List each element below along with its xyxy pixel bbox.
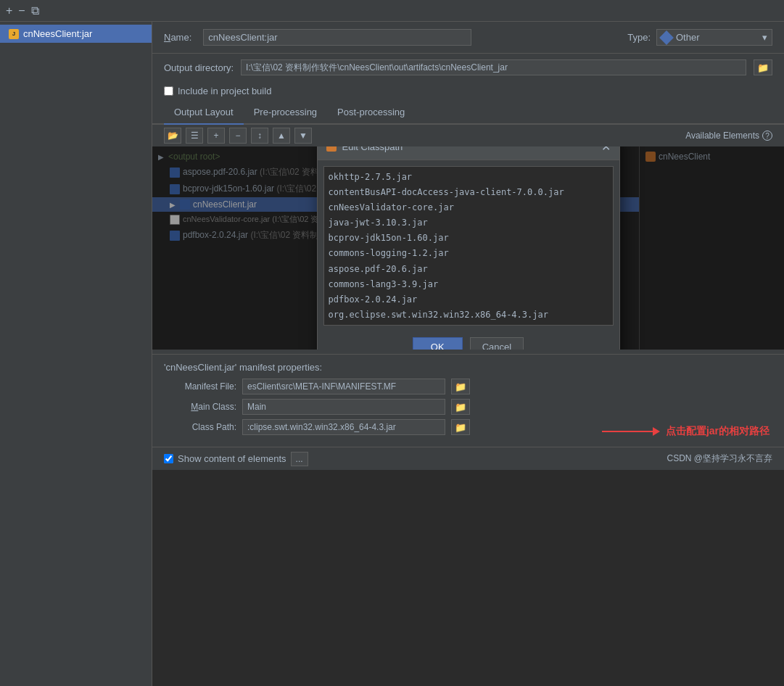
modal-footer: OK Cancel xyxy=(318,331,619,350)
classpath-item: okhttp-2.7.5.jar xyxy=(327,170,610,185)
modal-close-button[interactable]: ✕ xyxy=(601,146,611,154)
manifest-file-input[interactable] xyxy=(242,379,445,394)
annotation-text: 点击配置jar的相对路径 xyxy=(666,425,769,438)
remove-button[interactable]: − xyxy=(229,128,247,144)
classpath-item: java-jwt-3.10.3.jar xyxy=(327,215,610,231)
name-label: Name: xyxy=(164,32,191,43)
add-icon[interactable]: + xyxy=(6,4,12,17)
modal-overlay: Edit Classpath ✕ okhttp-2.7.5.jar conten… xyxy=(152,146,784,350)
class-path-label: Class Path: xyxy=(164,422,236,432)
classpath-list[interactable]: okhttp-2.7.5.jar contentBusAPI-docAccess… xyxy=(323,166,614,326)
show-content-button[interactable]: ... xyxy=(291,452,308,466)
manifest-section: 'cnNeesClient.jar' manifest properties: … xyxy=(152,354,784,447)
classpath-item: pdfbox-2.0.24.jar xyxy=(327,292,610,307)
manifest-file-row: Manifest File: 📁 xyxy=(164,379,772,394)
annotation-arrow: 点击配置jar的相对路径 xyxy=(602,425,769,438)
manifest-main-class-row: Main Class: 📁 xyxy=(164,399,772,415)
move-down-button[interactable]: ▼ xyxy=(294,128,312,144)
view-toggle-button[interactable]: ☰ xyxy=(186,128,203,144)
add-button[interactable]: + xyxy=(207,128,225,144)
arrow-container xyxy=(602,427,660,436)
arrow-line xyxy=(602,431,653,432)
classpath-item: org.eclipse.swt.win32.win32.x86_64-4.3.j… xyxy=(327,307,610,323)
split-pane: ▶ <output root> aspose.pdf-20.6.jar (I:\… xyxy=(152,146,784,350)
classpath-item: commons-logging-1.2.jar xyxy=(327,246,610,261)
minus-icon[interactable]: − xyxy=(18,4,25,17)
attribution-label: CSDN @坚持学习永不言弃 xyxy=(667,452,772,465)
tab-output-layout[interactable]: Output Layout xyxy=(164,101,244,125)
sidebar-item-label: cnNeesClient:jar xyxy=(23,28,92,39)
cancel-button[interactable]: Cancel xyxy=(470,337,524,350)
show-content-label: Show content of elements xyxy=(178,453,286,464)
main-class-input[interactable] xyxy=(242,399,445,415)
type-section: Type: Other ▾ xyxy=(627,29,772,46)
include-build-checkbox[interactable] xyxy=(164,86,173,96)
ok-button[interactable]: OK xyxy=(413,337,463,350)
browse-folder-button[interactable]: 📁 xyxy=(754,59,772,75)
bottom-bar: Show content of elements ... CSDN @坚持学习永… xyxy=(152,447,784,470)
help-icon[interactable]: ? xyxy=(762,131,772,141)
manifest-browse-button[interactable]: 📁 xyxy=(451,379,470,394)
main-class-label: Main Class: xyxy=(164,402,236,412)
classpath-item: commons-lang3-3.9.jar xyxy=(327,277,610,292)
manifest-file-label: Manifest File: xyxy=(164,381,236,392)
move-up-button[interactable]: ▲ xyxy=(273,128,290,144)
type-select[interactable]: Other ▾ xyxy=(656,29,772,46)
tab-pre-processing[interactable]: Pre-processing xyxy=(244,101,327,125)
checkbox-row: Include in project build xyxy=(152,81,784,101)
main-class-browse-button[interactable]: 📁 xyxy=(451,399,470,415)
show-content-checkbox[interactable] xyxy=(164,454,173,463)
sidebar: J cnNeesClient:jar xyxy=(0,22,152,686)
class-path-input[interactable] xyxy=(242,419,445,435)
layout-toolbar: 📂 ☰ + − ↕ ▲ ▼ Available Elements ? xyxy=(152,125,784,146)
modal-body: okhttp-2.7.5.jar contentBusAPI-docAccess… xyxy=(318,160,619,331)
diamond-icon xyxy=(659,30,674,45)
manifest-title: 'cnNeesClient.jar' manifest properties: xyxy=(164,362,772,373)
output-dir-row: Output directory: 📁 xyxy=(152,54,784,81)
output-dir-input[interactable] xyxy=(241,59,746,75)
tabs-row: Output Layout Pre-processing Post-proces… xyxy=(152,101,784,125)
classpath-item: contentBusAPI-docAccess-java-client-7.0.… xyxy=(327,185,610,200)
sidebar-item-jar[interactable]: J cnNeesClient:jar xyxy=(0,25,152,43)
jar-icon: J xyxy=(9,29,19,39)
copy-icon[interactable]: ⧉ xyxy=(31,4,39,17)
classpath-item: cnNeesValidator-core.jar xyxy=(327,200,610,215)
content-area: Name: Type: Other ▾ Output directory: 📁 … xyxy=(152,22,784,686)
output-dir-label: Output directory: xyxy=(164,62,234,73)
type-label: Type: xyxy=(627,32,651,43)
arrow-head xyxy=(653,427,660,436)
include-build-label: Include in project build xyxy=(178,86,271,96)
available-elements-label: Available Elements ? xyxy=(685,131,772,141)
modal-icon xyxy=(326,146,337,152)
bottom-left: Show content of elements ... xyxy=(164,452,308,466)
add-element-button[interactable]: 📂 xyxy=(164,128,181,144)
chevron-down-icon: ▾ xyxy=(762,32,767,43)
class-path-browse-button[interactable]: 📁 xyxy=(451,419,470,435)
top-toolbar: + − ⧉ xyxy=(0,0,784,22)
type-value: Other xyxy=(676,32,700,43)
modal-title: Edit Classpath xyxy=(326,146,403,152)
tab-post-processing[interactable]: Post-processing xyxy=(327,101,415,125)
modal-header: Edit Classpath ✕ xyxy=(318,146,619,160)
main-layout: J cnNeesClient:jar Name: Type: Other ▾ O… xyxy=(0,22,784,686)
classpath-item: bcprov-jdk15on-1.60.jar xyxy=(327,231,610,246)
sort-button[interactable]: ↕ xyxy=(251,128,268,144)
name-input[interactable] xyxy=(203,29,471,46)
classpath-item: aspose.pdf-20.6.jar xyxy=(327,262,610,277)
name-type-row: Name: Type: Other ▾ xyxy=(152,22,784,54)
edit-classpath-modal: Edit Classpath ✕ okhttp-2.7.5.jar conten… xyxy=(317,146,620,350)
